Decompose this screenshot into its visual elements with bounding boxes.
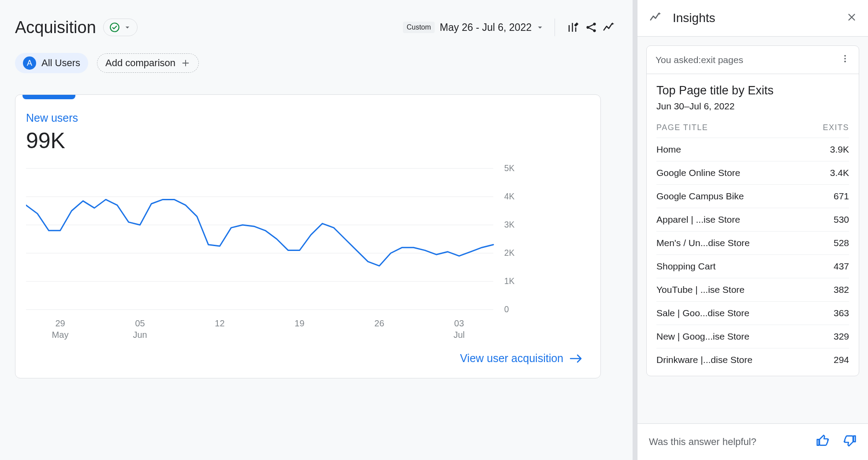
report-header: Acquisition Custom May 26 - Jul 6, 2022	[0, 0, 633, 46]
cell-page-title: Men's / Un...dise Store	[656, 232, 808, 255]
svg-point-25	[844, 55, 846, 57]
main-content: Acquisition Custom May 26 - Jul 6, 2022	[0, 0, 637, 460]
page-title: Acquisition	[15, 18, 96, 37]
feedback-question: Was this answer helpful?	[649, 436, 756, 448]
thumbs-up-button[interactable]	[816, 434, 830, 450]
cell-page-title: Shopping Cart	[656, 255, 808, 278]
chart-edit-icon	[567, 21, 580, 34]
view-user-acquisition-link[interactable]: View user acquisition	[460, 352, 583, 365]
table-row[interactable]: Sale | Goo...dise Store363	[656, 302, 849, 325]
check-circle-icon	[109, 22, 120, 33]
metric-block: New users 99K	[15, 99, 600, 153]
col-exits: EXITS	[808, 123, 849, 138]
svg-text:3K: 3K	[504, 220, 514, 230]
segment-bar: A All Users Add comparison	[0, 46, 633, 84]
table-row[interactable]: Shopping Cart437	[656, 255, 849, 278]
cell-page-title: Drinkware |...dise Store	[656, 348, 808, 372]
customize-report-button[interactable]	[565, 19, 582, 36]
new-users-card: New users 99K 5K4K3K2K1K029May05Jun12192…	[15, 94, 601, 378]
close-icon	[846, 11, 857, 23]
table-row[interactable]: Apparel | ...ise Store530	[656, 208, 849, 232]
share-button[interactable]	[582, 19, 600, 36]
insights-footer: Was this answer helpful?	[637, 423, 868, 460]
caret-down-icon	[123, 23, 132, 32]
caret-down-icon	[535, 22, 545, 32]
table-row[interactable]: Google Campus Bike671	[656, 185, 849, 208]
sparkle-trend-icon	[649, 11, 662, 26]
svg-text:Jun: Jun	[133, 329, 147, 340]
cell-page-title: Apparel | ...ise Store	[656, 208, 808, 232]
sparkle-trend-icon	[602, 21, 615, 34]
cell-exits: 3.9K	[808, 138, 849, 161]
report-status-dropdown[interactable]	[103, 19, 138, 36]
svg-text:12: 12	[215, 318, 224, 329]
table-row[interactable]: YouTube | ...ise Store382	[656, 278, 849, 302]
cell-page-title: New | Goog...ise Store	[656, 325, 808, 348]
svg-text:Jul: Jul	[454, 329, 465, 340]
metric-label[interactable]: New users	[26, 112, 600, 124]
cell-page-title: Google Campus Bike	[656, 185, 808, 208]
share-icon	[585, 21, 598, 34]
svg-text:May: May	[52, 329, 69, 340]
svg-point-26	[844, 58, 846, 60]
add-comparison-button[interactable]: Add comparison	[97, 53, 199, 73]
link-label: View user acquisition	[460, 352, 563, 365]
plus-icon	[181, 58, 190, 68]
insight-title: Top Page title by Exits	[656, 84, 849, 97]
table-row[interactable]: Men's / Un...dise Store528	[656, 232, 849, 255]
cell-page-title: Home	[656, 138, 808, 161]
svg-text:1K: 1K	[504, 276, 514, 286]
insight-card: You asked: exit pages Top Page title by …	[646, 45, 859, 376]
asked-query: exit pages	[701, 55, 743, 65]
insight-subtitle: Jun 30–Jul 6, 2022	[656, 101, 849, 112]
cell-page-title: YouTube | ...ise Store	[656, 278, 808, 302]
insights-title: Insights	[673, 11, 715, 25]
separator	[555, 19, 555, 36]
cell-page-title: Google Online Store	[656, 161, 808, 185]
segment-all-users[interactable]: A All Users	[15, 53, 88, 73]
svg-text:26: 26	[374, 318, 384, 329]
svg-text:5K: 5K	[504, 164, 514, 173]
insight-card-header: You asked: exit pages	[647, 46, 859, 74]
cell-exits: 329	[808, 325, 849, 348]
segment-label: All Users	[41, 57, 80, 69]
new-users-chart: 5K4K3K2K1K029May05Jun12192603Jul	[15, 164, 600, 340]
add-comparison-label: Add comparison	[105, 57, 175, 69]
svg-text:4K: 4K	[504, 191, 514, 202]
close-insights-button[interactable]	[846, 11, 857, 25]
cell-exits: 382	[808, 278, 849, 302]
cell-exits: 3.4K	[808, 161, 849, 185]
svg-text:19: 19	[294, 318, 304, 329]
date-range-type: Custom	[403, 22, 434, 33]
table-row[interactable]: Google Online Store3.4K	[656, 161, 849, 185]
exits-table: PAGE TITLE EXITS Home3.9KGoogle Online S…	[656, 123, 849, 371]
insight-more-button[interactable]	[840, 54, 850, 66]
svg-point-0	[110, 23, 119, 32]
thumbs-up-icon	[816, 434, 830, 448]
svg-text:05: 05	[135, 318, 145, 329]
svg-point-27	[844, 61, 846, 63]
insights-panel: Insights You asked: exit pages Top Page …	[637, 0, 868, 460]
svg-text:0: 0	[504, 304, 509, 314]
cell-exits: 530	[808, 208, 849, 232]
arrow-right-icon	[570, 354, 583, 363]
thumbs-down-icon	[842, 434, 857, 448]
cell-page-title: Sale | Goo...dise Store	[656, 302, 808, 325]
cell-exits: 528	[808, 232, 849, 255]
svg-text:29: 29	[55, 318, 65, 329]
cell-exits: 437	[808, 255, 849, 278]
asked-prefix: You asked:	[656, 55, 701, 65]
insights-button[interactable]	[600, 19, 618, 36]
table-row[interactable]: New | Goog...ise Store329	[656, 325, 849, 348]
thumbs-down-button[interactable]	[842, 434, 857, 450]
active-tab-indicator	[22, 95, 75, 99]
date-range-text: May 26 - Jul 6, 2022	[440, 22, 532, 34]
table-row[interactable]: Home3.9K	[656, 138, 849, 161]
segment-badge: A	[23, 56, 36, 70]
svg-text:03: 03	[454, 318, 464, 329]
cell-exits: 363	[808, 302, 849, 325]
date-range-picker[interactable]: May 26 - Jul 6, 2022	[440, 22, 545, 34]
col-page-title: PAGE TITLE	[656, 123, 808, 138]
chart-svg: 5K4K3K2K1K029May05Jun12192603Jul	[26, 164, 531, 340]
table-row[interactable]: Drinkware |...dise Store294	[656, 348, 849, 372]
